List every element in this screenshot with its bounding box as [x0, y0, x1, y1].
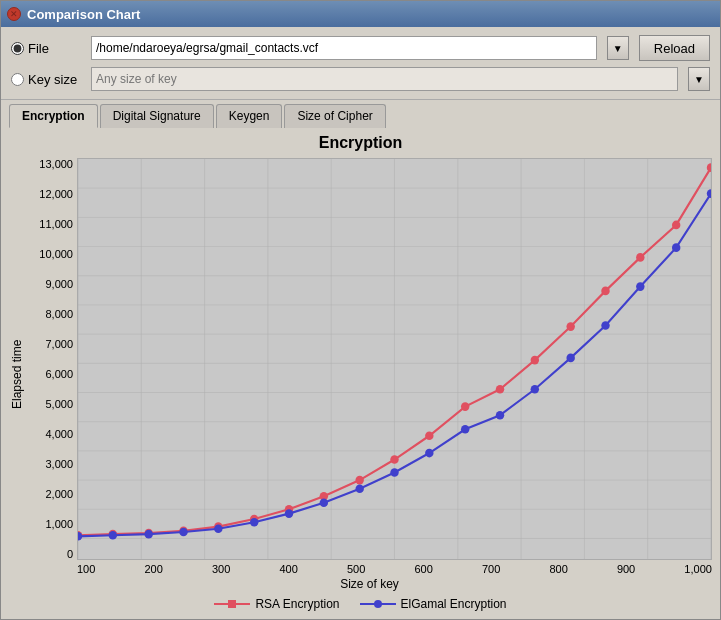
elgamal-dot	[355, 484, 363, 493]
elgamal-dot	[636, 282, 644, 291]
toolbar: File ▼ Reload Key size ▼	[1, 27, 720, 100]
rsa-dot	[566, 322, 574, 331]
y-tick-8000: 8,000	[45, 308, 73, 320]
chart-container: Elapsed time 13,000 12,000 11,000 10,000…	[9, 158, 712, 591]
x-tick-500: 500	[347, 563, 365, 575]
legend-rsa: RSA Encryption	[214, 597, 339, 611]
titlebar: ✕ Comparison Chart	[1, 1, 720, 27]
x-tick-800: 800	[549, 563, 567, 575]
x-tick-400: 400	[279, 563, 297, 575]
elgamal-dot	[144, 530, 152, 539]
y-tick-5000: 5,000	[45, 398, 73, 410]
y-axis-label: Elapsed time	[9, 158, 25, 591]
keysize-radio-label[interactable]: Key size	[11, 72, 81, 87]
x-tick-200: 200	[144, 563, 162, 575]
keysize-radio[interactable]	[11, 73, 24, 86]
elgamal-dot	[425, 449, 433, 458]
y-tick-12000: 12,000	[39, 188, 73, 200]
file-label: File	[28, 41, 49, 56]
x-tick-600: 600	[414, 563, 432, 575]
y-tick-0: 0	[67, 548, 73, 560]
reload-button[interactable]: Reload	[639, 35, 710, 61]
elgamal-dot	[285, 509, 293, 518]
rsa-dot	[636, 253, 644, 262]
x-axis-label: Size of key	[27, 577, 712, 591]
rsa-dot	[531, 356, 539, 365]
main-window: ✕ Comparison Chart File ▼ Reload Key siz…	[0, 0, 721, 620]
tab-size-of-cipher[interactable]: Size of Cipher	[284, 104, 385, 128]
tabs-bar: Encryption Digital Signature Keygen Size…	[1, 100, 720, 128]
file-radio-label[interactable]: File	[11, 41, 81, 56]
file-row: File ▼ Reload	[11, 35, 710, 61]
elgamal-dot	[531, 385, 539, 394]
close-button[interactable]: ✕	[7, 7, 21, 21]
y-tick-7000: 7,000	[45, 338, 73, 350]
x-tick-1000: 1,000	[684, 563, 712, 575]
y-tick-10000: 10,000	[39, 248, 73, 260]
svg-point-27	[374, 600, 382, 608]
tab-encryption[interactable]: Encryption	[9, 104, 98, 128]
rsa-dot	[390, 455, 398, 464]
elgamal-dot	[707, 189, 711, 198]
chart-legend: RSA Encryption ElGamal Encryption	[9, 597, 712, 611]
y-tick-6000: 6,000	[45, 368, 73, 380]
elgamal-dot	[390, 468, 398, 477]
x-axis: 100 200 300 400 500 600 700 800 900 1,00…	[77, 560, 712, 575]
legend-elgamal: ElGamal Encryption	[360, 597, 507, 611]
keysize-label: Key size	[28, 72, 77, 87]
x-axis-container: 100 200 300 400 500 600 700 800 900 1,00…	[27, 560, 712, 575]
x-tick-100: 100	[77, 563, 95, 575]
file-input[interactable]	[91, 36, 597, 60]
elgamal-dot	[179, 528, 187, 537]
chart-area: 13,000 12,000 11,000 10,000 9,000 8,000 …	[27, 158, 712, 591]
window-title: Comparison Chart	[27, 7, 140, 22]
keysize-input[interactable]	[91, 67, 678, 91]
y-tick-2000: 2,000	[45, 488, 73, 500]
y-tick-3000: 3,000	[45, 458, 73, 470]
elgamal-dot	[672, 243, 680, 252]
elgamal-dot	[496, 411, 504, 420]
legend-elgamal-label: ElGamal Encryption	[401, 597, 507, 611]
rsa-dot	[355, 476, 363, 485]
rsa-dot	[496, 385, 504, 394]
elgamal-dot	[566, 354, 574, 363]
elgamal-dot	[461, 425, 469, 434]
x-tick-700: 700	[482, 563, 500, 575]
y-tick-1000: 1,000	[45, 518, 73, 530]
legend-elgamal-line	[360, 598, 396, 610]
chart-svg	[78, 159, 711, 559]
keysize-row: Key size ▼	[11, 67, 710, 91]
y-tick-11000: 11,000	[39, 218, 73, 230]
rsa-dot	[601, 287, 609, 296]
elgamal-dot	[601, 321, 609, 330]
rsa-dot	[672, 221, 680, 230]
y-axis: 13,000 12,000 11,000 10,000 9,000 8,000 …	[27, 158, 77, 560]
chart-plot	[77, 158, 712, 560]
y-tick-4000: 4,000	[45, 428, 73, 440]
elgamal-dot	[320, 498, 328, 507]
legend-rsa-label: RSA Encryption	[255, 597, 339, 611]
elgamal-dot	[250, 518, 258, 527]
keysize-dropdown-button[interactable]: ▼	[688, 67, 710, 91]
file-dropdown-button[interactable]: ▼	[607, 36, 629, 60]
y-tick-9000: 9,000	[45, 278, 73, 290]
chart-inner: 13,000 12,000 11,000 10,000 9,000 8,000 …	[27, 158, 712, 560]
x-tick-900: 900	[617, 563, 635, 575]
svg-rect-25	[228, 600, 236, 608]
y-tick-13000: 13,000	[39, 158, 73, 170]
chart-title: Encryption	[9, 134, 712, 152]
tab-digital-signature[interactable]: Digital Signature	[100, 104, 214, 128]
rsa-dot	[425, 431, 433, 440]
x-tick-300: 300	[212, 563, 230, 575]
rsa-dot	[707, 163, 711, 172]
chart-content: Encryption Elapsed time 13,000 12,000 11…	[1, 128, 720, 619]
elgamal-dot	[109, 531, 117, 540]
rsa-dot	[461, 402, 469, 411]
legend-rsa-line	[214, 598, 250, 610]
tab-keygen[interactable]: Keygen	[216, 104, 283, 128]
elgamal-dot	[214, 524, 222, 533]
file-radio[interactable]	[11, 42, 24, 55]
